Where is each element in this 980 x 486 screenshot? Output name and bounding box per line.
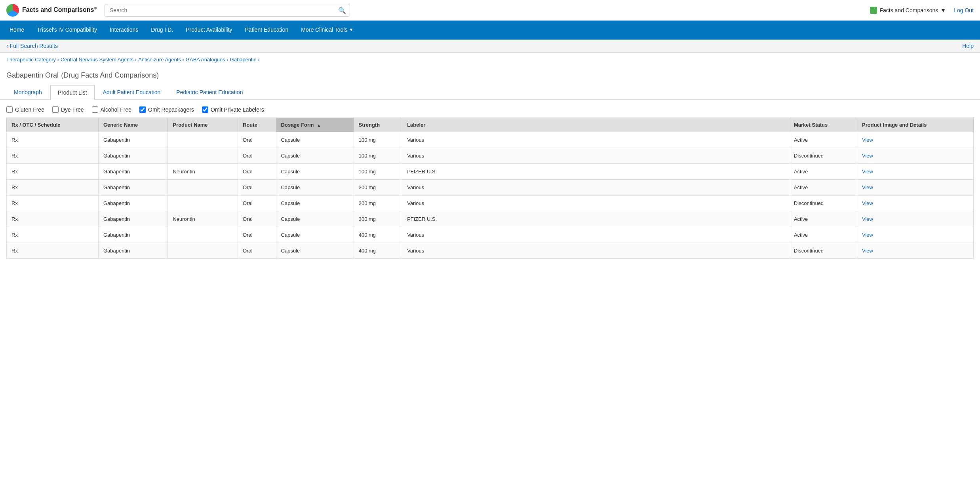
cell-status: Discontinued	[789, 243, 857, 259]
brand-chevron-icon: ▼	[940, 7, 946, 13]
cell-product	[168, 132, 238, 148]
cell-strength: 300 mg	[354, 180, 402, 196]
breadcrumb-gaba[interactable]: GABA Analogues ›	[186, 57, 228, 63]
col-route[interactable]: Route	[238, 118, 276, 132]
cell-strength: 300 mg	[354, 211, 402, 227]
cell-form: Capsule	[276, 243, 354, 259]
help-link[interactable]: Help	[962, 43, 974, 49]
cell-view[interactable]: View	[857, 196, 974, 211]
cell-generic: Gabapentin	[98, 180, 168, 196]
cell-rx: Rx	[7, 180, 99, 196]
cell-view[interactable]: View	[857, 180, 974, 196]
cell-form: Capsule	[276, 211, 354, 227]
alcohol-free-checkbox[interactable]	[92, 106, 98, 113]
view-link[interactable]: View	[862, 169, 873, 175]
breadcrumb-chevron-icon: ›	[226, 57, 228, 63]
filter-omit-private-labelers[interactable]: Omit Private Labelers	[202, 106, 264, 113]
view-link[interactable]: View	[862, 184, 873, 190]
cell-view[interactable]: View	[857, 164, 974, 180]
nav-more-clinical-tools[interactable]: More Clinical Tools ▼	[295, 21, 360, 40]
breadcrumb-chevron-icon: ›	[258, 57, 259, 63]
col-product-name[interactable]: Product Name	[168, 118, 238, 132]
gluten-free-checkbox[interactable]	[6, 106, 13, 113]
cell-form: Capsule	[276, 132, 354, 148]
cell-labeler: Various	[402, 180, 789, 196]
view-link[interactable]: View	[862, 200, 873, 206]
cell-view[interactable]: View	[857, 243, 974, 259]
cell-rx: Rx	[7, 196, 99, 211]
col-strength[interactable]: Strength	[354, 118, 402, 132]
cell-route: Oral	[238, 227, 276, 243]
cell-strength: 300 mg	[354, 196, 402, 211]
cell-view[interactable]: View	[857, 148, 974, 164]
tab-pediatric-patient-education[interactable]: Pediatric Patient Education	[169, 85, 250, 99]
col-rx-otc-schedule[interactable]: Rx / OTC / Schedule	[7, 118, 99, 132]
view-link[interactable]: View	[862, 232, 873, 238]
search-icon: 🔍	[338, 6, 346, 14]
view-link[interactable]: View	[862, 248, 873, 254]
dye-free-checkbox[interactable]	[52, 106, 59, 113]
cell-rx: Rx	[7, 132, 99, 148]
cell-view[interactable]: View	[857, 132, 974, 148]
filter-omit-repackagers[interactable]: Omit Repackagers	[139, 106, 194, 113]
back-link[interactable]: ‹ Full Search Results	[6, 43, 58, 49]
cell-status: Discontinued	[789, 148, 857, 164]
cell-labeler: Various	[402, 132, 789, 148]
omit-repackagers-checkbox[interactable]	[139, 106, 146, 113]
col-labeler[interactable]: Labeler	[402, 118, 789, 132]
nav-trissels[interactable]: Trissel's IV Compatibility	[30, 21, 103, 40]
cell-product	[168, 196, 238, 211]
breadcrumb-antiseizure[interactable]: Antiseizure Agents ›	[138, 57, 184, 63]
cell-form: Capsule	[276, 180, 354, 196]
col-product-image[interactable]: Product Image and Details	[857, 118, 974, 132]
cell-product: Neurontin	[168, 211, 238, 227]
filter-dye-free[interactable]: Dye Free	[52, 106, 84, 113]
breadcrumb-chevron-icon: ›	[183, 57, 184, 63]
cell-status: Active	[789, 164, 857, 180]
search-bar: 🔍	[105, 4, 350, 17]
tab-adult-patient-education[interactable]: Adult Patient Education	[95, 85, 168, 99]
brand-selector[interactable]: Facts and Comparisons ▼	[870, 7, 946, 14]
breadcrumb-gabapentin[interactable]: Gabapentin ›	[230, 57, 260, 63]
omit-private-labelers-checkbox[interactable]	[202, 106, 208, 113]
nav-interactions[interactable]: Interactions	[103, 21, 145, 40]
tab-product-list[interactable]: Product List	[50, 85, 95, 100]
cell-rx: Rx	[7, 164, 99, 180]
cell-form: Capsule	[276, 196, 354, 211]
nav-product-availability[interactable]: Product Availability	[179, 21, 238, 40]
cell-generic: Gabapentin	[98, 196, 168, 211]
view-link[interactable]: View	[862, 137, 873, 143]
col-market-status[interactable]: Market Status	[789, 118, 857, 132]
filter-alcohol-free[interactable]: Alcohol Free	[92, 106, 132, 113]
cell-route: Oral	[238, 211, 276, 227]
filters: Gluten Free Dye Free Alcohol Free Omit R…	[0, 100, 980, 118]
nav-drug-id[interactable]: Drug I.D.	[145, 21, 179, 40]
logout-link[interactable]: Log Out	[954, 7, 974, 13]
col-dosage-form[interactable]: Dosage Form ▲	[276, 118, 354, 132]
tab-bar: Monograph Product List Adult Patient Edu…	[0, 85, 980, 100]
cell-product	[168, 243, 238, 259]
logo-icon	[6, 4, 19, 17]
breadcrumb-therapeutic-category[interactable]: Therapeutic Category ›	[6, 57, 59, 63]
cell-view[interactable]: View	[857, 227, 974, 243]
cell-strength: 100 mg	[354, 148, 402, 164]
cell-view[interactable]: View	[857, 211, 974, 227]
breadcrumb-chevron-icon: ›	[57, 57, 59, 63]
cell-route: Oral	[238, 243, 276, 259]
table-row: Rx Gabapentin Oral Capsule 400 mg Variou…	[7, 243, 974, 259]
tab-monograph[interactable]: Monograph	[6, 85, 49, 99]
table-row: Rx Gabapentin Oral Capsule 400 mg Variou…	[7, 227, 974, 243]
search-input[interactable]	[105, 4, 350, 17]
view-link[interactable]: View	[862, 216, 873, 222]
nav-bar: Home Trissel's IV Compatibility Interact…	[0, 21, 980, 40]
cell-status: Discontinued	[789, 196, 857, 211]
view-link[interactable]: View	[862, 153, 873, 159]
nav-patient-education[interactable]: Patient Education	[239, 21, 295, 40]
table-row: Rx Gabapentin Oral Capsule 100 mg Variou…	[7, 132, 974, 148]
table-row: Rx Gabapentin Oral Capsule 300 mg Variou…	[7, 180, 974, 196]
col-generic-name[interactable]: Generic Name	[98, 118, 168, 132]
filter-gluten-free[interactable]: Gluten Free	[6, 106, 44, 113]
nav-home[interactable]: Home	[3, 21, 30, 40]
cell-product	[168, 227, 238, 243]
breadcrumb-cns-agents[interactable]: Central Nervous System Agents ›	[61, 57, 137, 63]
